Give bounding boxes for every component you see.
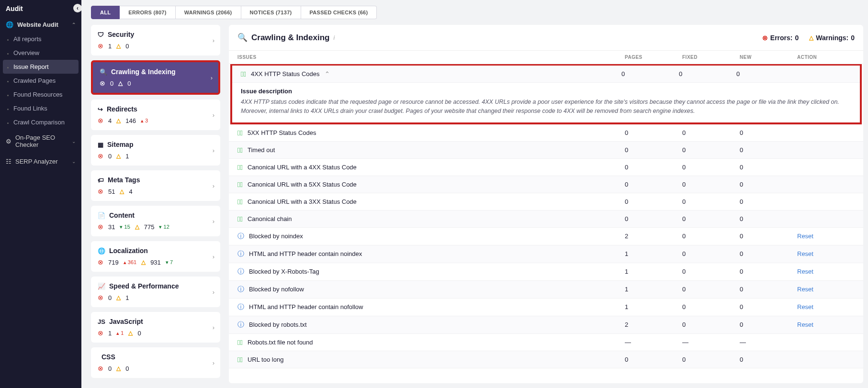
- chevron-right-icon: ›: [213, 147, 214, 154]
- filter-tab[interactable]: ALL: [91, 6, 120, 19]
- check-icon: ✓⃝: [237, 129, 243, 137]
- category-card[interactable]: 🏷Meta Tags514›: [91, 170, 220, 201]
- sidebar-item[interactable]: Crawl Comparison: [0, 115, 81, 129]
- sidebar-item[interactable]: Issue Report: [3, 60, 79, 74]
- table-row[interactable]: ⓘBlocked by robots.txt200Reset: [229, 316, 863, 334]
- filter-tab[interactable]: NOTICES (7137): [241, 6, 301, 19]
- chevron-up-icon[interactable]: ⌃: [325, 70, 330, 78]
- fixed-val: 0: [682, 164, 740, 171]
- filter-tab[interactable]: PASSED CHECKS (66): [301, 6, 377, 19]
- category-card[interactable]: JSJavaScript110›: [91, 312, 220, 343]
- category-card[interactable]: 🛡Security10›: [91, 25, 220, 55]
- reset-link[interactable]: Reset: [797, 286, 813, 293]
- total-errors: Errors: 0: [762, 34, 799, 42]
- table-row[interactable]: ⓘBlocked by noindex200Reset: [229, 228, 863, 245]
- warning-icon: [135, 223, 139, 230]
- new-val: 0: [740, 268, 797, 275]
- sidebar-item[interactable]: Overview: [0, 46, 81, 60]
- table-row[interactable]: ✓⃝Robots.txt file not found———: [229, 334, 863, 351]
- category-card[interactable]: 📄Content311577512›: [91, 206, 220, 236]
- col-pages: PAGES: [625, 55, 682, 60]
- category-card[interactable]: CSS00›: [91, 347, 220, 378]
- reset-link[interactable]: Reset: [797, 268, 813, 275]
- warning-count: 4: [129, 188, 132, 195]
- chevron-down-icon: ⌄: [72, 139, 76, 144]
- table-row[interactable]: ✓⃝Timed out000: [229, 142, 863, 159]
- search-icon: 🔍: [100, 68, 107, 76]
- table-row[interactable]: ✓⃝Canonical chain000: [229, 211, 863, 228]
- category-card[interactable]: 📈Speed & Performance01›: [91, 277, 220, 307]
- table-row[interactable]: ⓘBlocked by X-Robots-Tag100Reset: [229, 263, 863, 281]
- globe-icon: 🌐: [98, 247, 105, 255]
- error-delta: 361: [124, 259, 136, 266]
- sidebar-item[interactable]: All reports: [0, 32, 81, 46]
- info-icon[interactable]: i: [333, 34, 335, 41]
- issue-name: Blocked by X-Robots-Tag: [249, 268, 319, 275]
- filter-tab[interactable]: ERRORS (807): [120, 6, 175, 19]
- col-new: NEW: [740, 55, 797, 60]
- info-icon: ⓘ: [237, 285, 244, 294]
- table-row[interactable]: ✓⃝Canonical URL with a 3XX Status Code00…: [229, 193, 863, 211]
- sidebar-item[interactable]: Crawled Pages: [0, 74, 81, 88]
- category-card[interactable]: 🌐Localization7193619317›: [91, 241, 220, 272]
- reset-link[interactable]: Reset: [797, 321, 813, 328]
- desc-title: Issue description: [241, 88, 851, 95]
- warning-icon: [116, 365, 121, 372]
- collapse-button[interactable]: ‹: [73, 4, 81, 12]
- reset-link[interactable]: Reset: [797, 233, 813, 240]
- chevron-up-icon: ⌃: [72, 22, 76, 27]
- filter-tabs: ALLERRORS (807)WARNINGS (2066)NOTICES (7…: [81, 0, 868, 25]
- reset-link[interactable]: Reset: [797, 303, 813, 310]
- sidebar-item[interactable]: Found Resources: [0, 88, 81, 101]
- issue-name: Robots.txt file not found: [248, 339, 313, 346]
- new-val: 0: [740, 286, 797, 293]
- table-row[interactable]: ✓⃝Canonical URL with a 4XX Status Code00…: [229, 159, 863, 176]
- chevron-right-icon: ›: [213, 359, 214, 366]
- warning-count: 1: [125, 294, 129, 301]
- issues-table: ✓⃝4XX HTTP Status Codes ⌃000Issue descri…: [229, 64, 863, 383]
- error-count: 31: [108, 223, 115, 231]
- sidebar-serp-analyzer[interactable]: ☷ SERP Analyzer ⌄: [0, 153, 81, 170]
- sidebar-onpage-seo[interactable]: ⚙ On-Page SEO Checker ⌄: [0, 129, 81, 153]
- error-count: 0: [110, 80, 113, 87]
- error-delta: 15: [120, 224, 130, 230]
- graph-icon: ☷: [6, 158, 11, 165]
- info-icon: ⓘ: [237, 232, 244, 241]
- table-row[interactable]: ✓⃝URL too long000: [229, 351, 863, 368]
- table-row[interactable]: ⓘBlocked by nofollow100Reset: [229, 281, 863, 299]
- info-icon: ⓘ: [237, 250, 244, 258]
- filter-tab[interactable]: WARNINGS (2066): [176, 6, 241, 19]
- sidebar-item[interactable]: Found Links: [0, 101, 81, 115]
- new-val: 0: [736, 70, 794, 78]
- category-name: Localization: [109, 247, 148, 255]
- col-fixed: FIXED: [682, 55, 740, 60]
- category-card[interactable]: 🔍Crawling & Indexing00›: [91, 60, 220, 95]
- error-delta: 1: [116, 330, 124, 336]
- total-warnings: Warnings: 0: [809, 34, 855, 42]
- table-row[interactable]: ✓⃝4XX HTTP Status Codes ⌃000: [232, 66, 860, 83]
- category-card[interactable]: ↪Redirects41463›: [91, 100, 220, 130]
- table-row[interactable]: ⓘHTML and HTTP header contain nofollow10…: [229, 299, 863, 316]
- error-count: 4: [108, 117, 112, 124]
- issue-name: HTML and HTTP header contain nofollow: [249, 303, 363, 310]
- issue-name: Blocked by noindex: [249, 233, 303, 240]
- error-icon: [98, 152, 103, 160]
- fixed-val: 0: [682, 303, 740, 310]
- issue-name: Canonical chain: [248, 215, 292, 222]
- sidebar-section-website-audit[interactable]: 🌐 Website Audit ⌃: [0, 17, 81, 32]
- sub-label: SERP Analyzer: [15, 158, 58, 165]
- table-row[interactable]: ✓⃝5XX HTTP Status Codes000: [229, 124, 863, 142]
- table-row[interactable]: ⓘHTML and HTTP header contain noindex100…: [229, 245, 863, 263]
- fixed-val: 0: [682, 181, 740, 188]
- check-icon: ✓⃝: [237, 146, 243, 154]
- warning-icon: [809, 34, 813, 41]
- col-action: ACTION: [797, 55, 855, 60]
- issue-name: URL too long: [248, 356, 283, 363]
- table-row[interactable]: ✓⃝Canonical URL with a 5XX Status Code00…: [229, 176, 863, 193]
- error-count: 0: [108, 153, 112, 160]
- fixed-val: 0: [679, 70, 736, 78]
- category-card[interactable]: ▦Sitemap01›: [91, 135, 220, 166]
- warning-icon: [120, 188, 124, 195]
- reset-link[interactable]: Reset: [797, 250, 813, 257]
- issue-name: Canonical URL with a 3XX Status Code: [248, 198, 357, 205]
